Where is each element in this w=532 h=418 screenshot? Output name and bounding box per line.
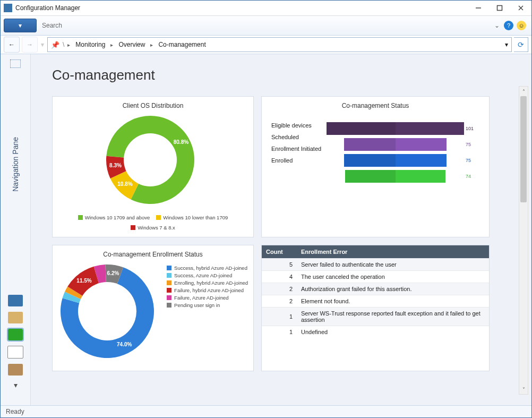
cell-count: 2 bbox=[262, 283, 297, 295]
workspace-monitoring-icon[interactable] bbox=[8, 329, 23, 340]
breadcrumb-item[interactable]: Co-management bbox=[156, 40, 208, 49]
enrollment-error-table: Count Enrollment Error 5Server failed to… bbox=[262, 245, 489, 338]
workspace-admin-icon[interactable] bbox=[8, 364, 23, 376]
funnel-value: 101 bbox=[464, 126, 479, 131]
legend-item: Failure, hybrid Azure AD-joined bbox=[167, 287, 248, 293]
svg-rect-1 bbox=[497, 6, 502, 11]
workspace-assets-icon[interactable] bbox=[8, 295, 23, 306]
navigation-pane-label: Navigation Pane bbox=[11, 137, 20, 192]
legend-item: Enrolling, hybrid Azure AD-joined bbox=[167, 280, 248, 286]
breadcrumb[interactable]: 📌 \ ▸ Monitoring ▸ Overview ▸ Co-managem… bbox=[47, 37, 512, 52]
funnel-row: 75 bbox=[327, 138, 479, 151]
legend-item: Windows 10 1709 and above bbox=[78, 215, 150, 220]
pin-icon[interactable]: 📌 bbox=[51, 41, 59, 49]
funnel-value: 74 bbox=[464, 174, 479, 179]
svg-text:6.2%: 6.2% bbox=[107, 270, 119, 276]
card-enrollment-errors: Count Enrollment Error 5Server failed to… bbox=[261, 245, 490, 371]
svg-text:10.8%: 10.8% bbox=[117, 181, 132, 187]
table-row[interactable]: 1Undefined bbox=[262, 326, 489, 338]
breadcrumb-dropdown-icon[interactable]: ▾ bbox=[505, 41, 508, 48]
cell-error: Element not found. bbox=[297, 295, 489, 308]
vertical-scrollbar[interactable]: ˄ ˅ bbox=[519, 86, 528, 395]
funnel-label: Enrollment Initiated bbox=[271, 146, 322, 152]
funnel-bar bbox=[327, 122, 464, 135]
breadcrumb-item[interactable]: Overview bbox=[116, 40, 147, 49]
scroll-thumb[interactable] bbox=[520, 96, 527, 202]
funnel-bar bbox=[344, 154, 446, 167]
cell-error: Server failed to authenticate the user bbox=[297, 259, 489, 271]
close-button[interactable] bbox=[510, 1, 531, 15]
svg-text:80.8%: 80.8% bbox=[174, 139, 188, 145]
navigation-pane: Navigation Pane ▾ bbox=[1, 54, 31, 405]
cell-error: Server WS-Trust response reported fault … bbox=[297, 308, 489, 326]
expand-pane-button[interactable] bbox=[10, 59, 21, 68]
scroll-up-icon[interactable]: ˄ bbox=[519, 87, 528, 96]
chevron-down-icon: ▾ bbox=[19, 22, 22, 29]
table-row[interactable]: 1Server WS-Trust response reported fault… bbox=[262, 308, 489, 326]
funnel-chart: Eligible devicesScheduledEnrollment Init… bbox=[267, 115, 484, 188]
svg-text:74.0%: 74.0% bbox=[117, 342, 132, 347]
card-title: Client OS Distribution bbox=[58, 102, 248, 109]
back-button[interactable]: ← bbox=[4, 37, 20, 53]
cell-count: 1 bbox=[262, 308, 297, 326]
cell-error: Undefined bbox=[297, 326, 489, 338]
address-bar: ← → ▾ 📌 \ ▸ Monitoring ▸ Overview ▸ Co-m… bbox=[1, 36, 531, 54]
legend-item: Success, hybrid Azure AD-joined bbox=[167, 265, 248, 271]
funnel-label: Eligible devices bbox=[271, 122, 322, 129]
table-row[interactable]: 5Server failed to authenticate the user bbox=[262, 259, 489, 271]
app-icon bbox=[4, 4, 12, 12]
funnel-row: 101 bbox=[327, 122, 479, 135]
forward-button[interactable]: → bbox=[22, 37, 38, 53]
history-dropdown-icon[interactable]: ▾ bbox=[41, 41, 44, 48]
status-text: Ready bbox=[6, 408, 24, 415]
card-client-os-distribution: Client OS Distribution 80.8%10.8%8.3% Wi… bbox=[52, 96, 254, 237]
workspace-compliance-icon[interactable] bbox=[7, 346, 23, 359]
svg-text:11.5%: 11.5% bbox=[76, 278, 91, 284]
table-row[interactable]: 2Authorization grant failed for this ass… bbox=[262, 283, 489, 295]
breadcrumb-item[interactable]: Monitoring bbox=[73, 40, 107, 49]
table-header-error[interactable]: Enrollment Error bbox=[297, 245, 489, 259]
svg-text:8.3%: 8.3% bbox=[109, 163, 122, 168]
card-comanagement-status: Co-management Status Eligible devicesSch… bbox=[261, 96, 490, 237]
page-title: Co-management bbox=[52, 67, 519, 83]
scroll-down-icon[interactable]: ˅ bbox=[519, 385, 528, 394]
help-icon[interactable]: ? bbox=[504, 21, 513, 30]
legend-item: Windows 10 lower than 1709 bbox=[156, 215, 228, 220]
legend-item: Pending user sign in bbox=[167, 302, 248, 308]
legend-item: Success, Azure AD-joined bbox=[167, 272, 248, 278]
table-header-count[interactable]: Count bbox=[262, 245, 297, 259]
legend-item: Failure, Azure AD-joined bbox=[167, 295, 248, 301]
ribbon-bar: ▾ Search ⌄ ? ☺ bbox=[1, 16, 531, 36]
table-row[interactable]: 4The user canceled the operation bbox=[262, 271, 489, 283]
funnel-row: 75 bbox=[327, 154, 479, 167]
cell-count: 1 bbox=[262, 326, 297, 338]
maximize-button[interactable] bbox=[489, 1, 510, 15]
more-workspaces-icon[interactable]: ▾ bbox=[14, 381, 18, 389]
table-row[interactable]: 2Element not found. bbox=[262, 295, 489, 308]
svg-point-8 bbox=[78, 282, 136, 340]
funnel-label: Scheduled bbox=[271, 134, 322, 140]
minimize-button[interactable] bbox=[468, 1, 489, 15]
funnel-row: 74 bbox=[327, 170, 479, 183]
cell-error: The user canceled the operation bbox=[297, 271, 489, 283]
legend-item: Windows 7 & 8.x bbox=[131, 225, 175, 231]
donut-chart-enrollment: 74.0%11.5%6.2% bbox=[59, 263, 160, 364]
card-enrollment-status: Co-management Enrollment Status 74.0%11.… bbox=[52, 245, 254, 371]
cell-error: Authorization grant failed for this asse… bbox=[297, 283, 489, 295]
search-dropdown-icon[interactable]: ⌄ bbox=[494, 22, 500, 29]
donut-chart-os: 80.8%10.8%8.3% bbox=[105, 115, 201, 210]
cell-count: 5 bbox=[262, 259, 297, 271]
title-bar: Configuration Manager bbox=[1, 1, 531, 16]
funnel-bar bbox=[344, 138, 446, 151]
app-menu-button[interactable]: ▾ bbox=[4, 19, 37, 32]
refresh-button[interactable]: ⟳ bbox=[514, 37, 528, 52]
svg-point-4 bbox=[124, 133, 177, 186]
app-title: Configuration Manager bbox=[15, 4, 80, 12]
feedback-icon[interactable]: ☺ bbox=[517, 21, 526, 30]
legend-os: Windows 10 1709 and aboveWindows 10 lowe… bbox=[58, 215, 248, 231]
search-input[interactable]: Search bbox=[42, 22, 485, 29]
funnel-value: 75 bbox=[464, 158, 479, 163]
workspace-library-icon[interactable] bbox=[8, 312, 23, 323]
cell-count: 4 bbox=[262, 271, 297, 283]
cell-count: 2 bbox=[262, 295, 297, 308]
